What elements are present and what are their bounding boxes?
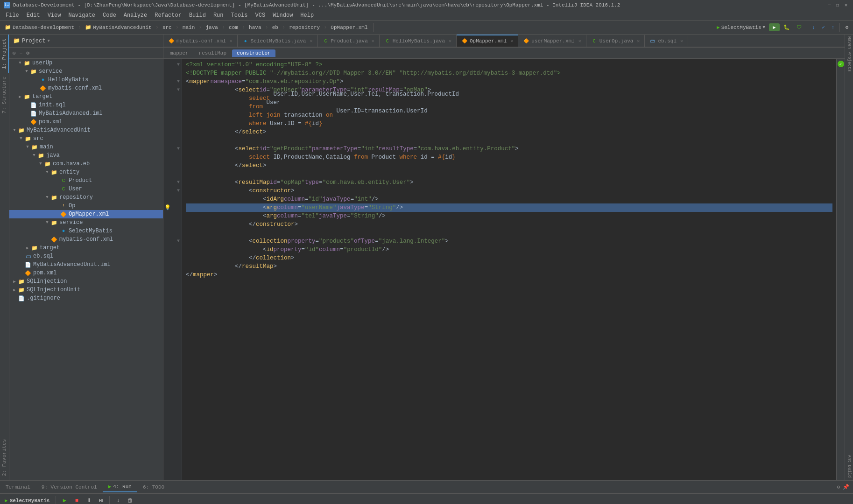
- tree-item-pom-1[interactable]: 🔶 pom.xml: [9, 118, 163, 126]
- menu-view[interactable]: View: [44, 11, 65, 20]
- menu-code[interactable]: Code: [99, 11, 120, 20]
- run-stop-btn[interactable]: ■: [71, 496, 82, 504]
- vcs-update-button[interactable]: ↓: [810, 24, 818, 31]
- toolbar-repository[interactable]: repository: [286, 24, 323, 31]
- toolbar-com[interactable]: com: [226, 24, 241, 31]
- menu-vcs[interactable]: VCS: [252, 11, 269, 20]
- panel-settings-btn[interactable]: ⚙: [25, 49, 31, 56]
- maven-projects-panel[interactable]: Maven Projects: [845, 35, 853, 74]
- vcs-push-button[interactable]: ↑: [829, 24, 838, 31]
- tab-close-opmapper[interactable]: ✕: [510, 38, 513, 44]
- vtab-structure[interactable]: 7: Structure: [0, 73, 9, 117]
- tree-item-comhavaeb[interactable]: ▼ 📁 com.hava.eb: [9, 160, 163, 168]
- toolbar-java[interactable]: java: [203, 24, 220, 31]
- menu-build[interactable]: Build: [185, 11, 210, 20]
- panel-sync-btn[interactable]: ⊙: [11, 49, 17, 56]
- project-tree[interactable]: ▼ 📁 userUp ▼ 📁 service ● HelloMyBatis 🔶 …: [9, 59, 163, 480]
- maximize-button[interactable]: ❐: [834, 2, 841, 8]
- run-pause-btn[interactable]: ⏸: [84, 496, 94, 504]
- menu-edit[interactable]: Edit: [23, 11, 44, 20]
- vcs-commit-button[interactable]: ✓: [819, 23, 828, 31]
- tab-product[interactable]: C Product.java ✕: [318, 35, 380, 47]
- tab-close-mybatis-conf[interactable]: ✕: [230, 38, 233, 44]
- bottom-tab-terminal[interactable]: Terminal: [0, 483, 36, 492]
- tree-item-service-2[interactable]: ▼ 📁 service: [9, 218, 163, 227]
- toolbar-main[interactable]: main: [180, 24, 197, 31]
- tree-item-hellomybatis[interactable]: ● HelloMyBatis: [9, 76, 163, 84]
- tree-item-initsql[interactable]: 📄 init.sql: [9, 101, 163, 109]
- run-restart-btn[interactable]: ▶: [59, 496, 70, 504]
- toolbar-src[interactable]: src: [160, 24, 175, 31]
- tree-item-mybatisadvanced-iml[interactable]: 📄 MyBatisAdvanced.iml: [9, 109, 163, 118]
- coverage-button[interactable]: 🛡: [794, 23, 804, 31]
- tab-close-ebsql[interactable]: ✕: [680, 38, 683, 44]
- vtab-project[interactable]: 1: Project: [0, 35, 9, 73]
- tree-item-java[interactable]: ▼ 📁 java: [9, 151, 163, 160]
- tree-item-mybatis-conf-2[interactable]: 🔶 mybatis-conf.xml: [9, 235, 163, 244]
- menu-window[interactable]: Window: [269, 11, 296, 20]
- tree-item-main[interactable]: ▼ 📁 main: [9, 143, 163, 151]
- tree-item-selectmybatis[interactable]: ● SelectMyBatis: [9, 227, 163, 235]
- tab-close-usermapper[interactable]: ✕: [578, 38, 581, 44]
- bottom-tab-run[interactable]: ▶ 4: Run: [103, 482, 137, 492]
- menu-navigate[interactable]: Navigate: [64, 11, 99, 20]
- tree-item-service-1[interactable]: ▼ 📁 service: [9, 67, 163, 76]
- tab-close-hellomybatis[interactable]: ✕: [449, 38, 451, 44]
- toolbar-module[interactable]: 📁 MyBatisAdvancedUnit: [82, 23, 154, 31]
- close-button[interactable]: ✕: [843, 2, 849, 8]
- toolbar-project[interactable]: 📁 Database-development: [2, 23, 77, 31]
- tree-item-target-2[interactable]: ▶ 📁 target: [9, 244, 163, 252]
- tree-item-mybatis-conf-1[interactable]: 🔶 mybatis-conf.xml: [9, 84, 163, 92]
- tab-mybatis-conf[interactable]: 🔶 mybatis-conf.xml ✕: [163, 35, 238, 47]
- tree-item-target-1[interactable]: ▶ 📁 target: [9, 92, 163, 101]
- tab-ebsql[interactable]: 🗃 eb.sql ✕: [645, 35, 688, 47]
- debug-button[interactable]: 🐛: [781, 23, 793, 31]
- menu-run[interactable]: Run: [210, 11, 227, 20]
- tree-item-opmapper[interactable]: 🔶 OpMapper.xml: [9, 210, 163, 218]
- toolbar-hava[interactable]: hava: [246, 24, 264, 31]
- minimize-button[interactable]: —: [826, 2, 832, 8]
- toolbar-run-config[interactable]: ▶ SelectMyBatis ▼: [714, 23, 768, 31]
- tab-hellomybatis[interactable]: C HelloMyBatis.java ✕: [380, 35, 457, 47]
- sec-tab-constructor[interactable]: constructor: [232, 49, 275, 57]
- menu-refactor[interactable]: Refactor: [151, 11, 185, 20]
- tree-item-user[interactable]: C User: [9, 185, 163, 193]
- run-resume-btn[interactable]: ⏯: [96, 496, 106, 504]
- project-dropdown[interactable]: 📁 Project ▼: [13, 37, 50, 44]
- tab-close-userop[interactable]: ✕: [637, 38, 640, 44]
- tree-item-src[interactable]: ▼ 📁 src: [9, 134, 163, 143]
- sec-tab-resultmap[interactable]: resultMap: [194, 49, 231, 57]
- code-content[interactable]: <?xml version="1.0" encoding="UTF-8" ?> …: [182, 59, 836, 480]
- tab-close-product[interactable]: ✕: [372, 38, 374, 44]
- tree-item-sqlinjection[interactable]: ▶ 📁 SQLInjection: [9, 277, 163, 286]
- tab-usermapper[interactable]: 🔶 userMapper.xml ✕: [518, 35, 586, 47]
- tree-item-mybatisadvancedunit[interactable]: ▼ 📁 MyBatisAdvancedUnit: [9, 126, 163, 134]
- tree-item-mybatisadvancedunit-iml[interactable]: 📄 MyBatisAdvancedUnit.iml: [9, 260, 163, 269]
- bottom-tab-vcs[interactable]: 9: Version Control: [36, 483, 103, 492]
- tree-item-userUp[interactable]: ▼ 📁 userUp: [9, 59, 163, 67]
- toolbar-file[interactable]: OpMapper.xml: [328, 24, 370, 31]
- tab-selectmybatis[interactable]: ● SelectMyBatis.java ✕: [238, 35, 318, 47]
- tree-item-entity[interactable]: ▼ 📁 entity: [9, 168, 163, 176]
- vtab-favorites[interactable]: 2: Favorites: [0, 435, 9, 480]
- tree-item-repository[interactable]: ▼ 📁 repository: [9, 193, 163, 202]
- menu-analyze[interactable]: Analyze: [120, 11, 151, 20]
- settings-gear-icon[interactable]: ⚙: [837, 484, 840, 490]
- tree-item-ebsql[interactable]: 🗃 eb.sql: [9, 252, 163, 260]
- tab-opmapper[interactable]: 🔶 OpMapper.xml ✕: [457, 35, 518, 47]
- tree-item-product[interactable]: C Product: [9, 176, 163, 185]
- pin-icon[interactable]: 📌: [843, 484, 849, 490]
- tab-userop[interactable]: C UserOp.java ✕: [586, 35, 645, 47]
- bottom-tab-todo[interactable]: 6: TODO: [137, 483, 170, 492]
- tree-item-gitignore[interactable]: 📄 .gitignore: [9, 294, 163, 302]
- panel-expand-btn[interactable]: ≡: [18, 50, 24, 56]
- run-button[interactable]: ▶: [769, 23, 780, 31]
- toolbar-eb[interactable]: eb: [269, 24, 281, 31]
- menu-help[interactable]: Help: [296, 11, 317, 20]
- sec-tab-mapper[interactable]: mapper: [165, 49, 193, 57]
- run-scroll-end-btn[interactable]: ↓: [113, 496, 123, 504]
- run-clear-btn[interactable]: 🗑: [125, 496, 135, 504]
- menu-tools[interactable]: Tools: [227, 11, 252, 20]
- tab-close-selectmybatis[interactable]: ✕: [310, 38, 312, 44]
- tree-item-pom-2[interactable]: 🔶 pom.xml: [9, 269, 163, 277]
